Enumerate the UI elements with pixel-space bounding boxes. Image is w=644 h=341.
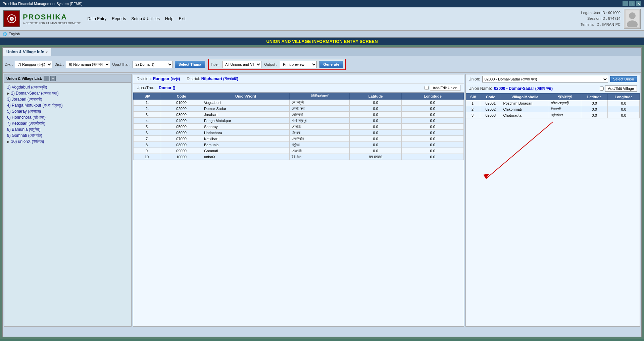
tab-bar: Union & Village Info x xyxy=(3,48,641,56)
left-panel-header: Union & Village List: - + xyxy=(4,74,131,83)
div-label: Div. : xyxy=(5,62,13,66)
generate-button[interactable]: Generate xyxy=(319,61,343,68)
list-item[interactable]: ▶ 2) Domar-Sadar (ডোমার সদর) xyxy=(7,90,129,96)
col-code: Code xyxy=(161,93,202,100)
upa-tha-value: Domar () xyxy=(159,86,175,90)
vcol-village: Village/Moholla xyxy=(501,94,549,100)
tab-label: Union & Village Info xyxy=(6,50,44,54)
logo-icon: প xyxy=(3,10,20,27)
union-village-list-label: Union & Village List: xyxy=(6,76,42,80)
main-content: Union & Village Info x Div. : 7) Rangpur… xyxy=(0,45,644,339)
svg-line-7 xyxy=(486,122,553,179)
table-row[interactable]: 10. 10000 unionX ইউনিয়ন 89.0986 0.0 xyxy=(134,154,464,160)
union-name-value: 02000 - Domar-Sadar (ডোমার সদর) xyxy=(494,86,598,91)
app-title: Proshika Financial Management System (PF… xyxy=(3,2,83,6)
output-label: Output : xyxy=(264,62,277,66)
district-label: District: xyxy=(187,76,200,81)
union-name-label: Union Name: xyxy=(468,86,492,91)
expand-list-button[interactable]: + xyxy=(50,76,56,81)
list-item[interactable]: 6) Horinchora (হরিণচরা) xyxy=(7,114,129,120)
user-info: Log-In User ID : 901009 Session ID : 874… xyxy=(581,10,621,28)
table-row[interactable]: 3. 02003 Chotorauta ছোটরাউতা 0.0 0.0 xyxy=(466,112,640,118)
vcol-sl: Sl# xyxy=(466,94,480,100)
menu-setup[interactable]: Setup & Utilities xyxy=(131,16,160,21)
right-panel: Union: 02000 - Domar-Sadar (ডোমার সদর) S… xyxy=(465,74,640,327)
table-row[interactable]: 2. 02000 Domar-Sadar ডোমার সদর 0.0 0.0 xyxy=(134,106,464,112)
menu-exit[interactable]: Exit xyxy=(179,16,186,21)
select-union-button[interactable]: Select Union xyxy=(610,76,637,82)
lang-bar: 🌐 English xyxy=(0,31,644,38)
list-item[interactable]: 7) Ketkibari (কেতকীবাড়ি) xyxy=(7,120,129,126)
svg-marker-8 xyxy=(483,174,489,179)
list-item[interactable]: 8) Bamunia (বামুনিয়া) xyxy=(7,126,129,132)
close-button[interactable]: ✕ xyxy=(636,1,641,6)
add-edit-union-button[interactable]: Add/Edit Union xyxy=(430,85,460,91)
union-label: Union: xyxy=(468,77,480,81)
lang-label: English xyxy=(9,32,20,36)
dist-label: Dist. : xyxy=(54,62,64,66)
vcol-code: Code xyxy=(480,94,501,100)
middle-panel: Division: Rangpur (রংপুর) District: Nilp… xyxy=(133,74,464,327)
add-edit-union-checkbox[interactable] xyxy=(425,86,429,90)
union-list: 1) Vogdaburi (ভোগডাবুড়ী) ▶ 2) Domar-Sad… xyxy=(4,83,131,146)
village-table: Sl# Code Village/Moholla গ্রাম/মহল্লা La… xyxy=(466,93,640,118)
union-selector-row: Union: 02000 - Domar-Sadar (ডোমার সদর) S… xyxy=(466,74,640,84)
maximize-button[interactable]: □ xyxy=(629,1,635,6)
app-header: প PROSHIKA A CENTRE FOR HUMAN DEVELOPMEN… xyxy=(0,7,644,31)
arrow-indicator xyxy=(466,118,640,185)
upa-tha-label: Upa./Tha.: xyxy=(137,86,155,90)
table-row[interactable]: 4. 04000 Panga Motukpur পাংগা মটুকপুর 0.… xyxy=(134,118,464,124)
col-longitude: Longitude xyxy=(402,93,464,100)
col-latitude: Latitude xyxy=(349,93,402,100)
list-item[interactable]: 1) Vogdaburi (ভোগডাবুড়ী) xyxy=(7,84,129,90)
upazila-select[interactable]: 2) Domar () xyxy=(133,61,173,68)
list-item[interactable]: 9) Gomnati (গোমনাতি) xyxy=(7,132,129,138)
title-label: Title : xyxy=(211,62,220,66)
title-select[interactable]: All Unions and Vil Selected Union xyxy=(222,61,261,68)
tab-close-icon[interactable]: x xyxy=(46,50,48,54)
union-table: Sl# Code Union/Word ইউনিয়ন/ওয়ার্ড Lati… xyxy=(133,93,464,160)
toolbar-row: Div. : 7) Rangpur (রংপুর) Dist. : 6) Nil… xyxy=(3,56,641,73)
list-item[interactable]: ▶ 10) unionX (ইউনিয়ন) xyxy=(7,138,129,145)
list-item[interactable]: 3) Jorabari (জোড়াবাড়ী) xyxy=(7,96,129,102)
expand-icon: ▶ xyxy=(7,140,10,144)
lang-flag: 🌐 xyxy=(3,32,7,36)
logo-title: PROSHIKA xyxy=(23,13,81,21)
union-name-row: Union Name: 02000 - Domar-Sadar (ডোমার স… xyxy=(466,84,640,93)
menu-reports[interactable]: Reports xyxy=(112,16,126,21)
col-union-word: Union/Word xyxy=(202,93,289,100)
collapse-list-button[interactable]: - xyxy=(44,76,49,81)
menu-data-entry[interactable]: Data Entry xyxy=(88,16,107,21)
table-row[interactable]: 7. 07000 Ketkibari কেতকীবাড়ি 0.0 0.0 xyxy=(134,136,464,142)
union-village-info-tab[interactable]: Union & Village Info x xyxy=(3,48,51,56)
add-edit-village-checkbox[interactable] xyxy=(600,87,604,91)
table-row[interactable]: 2. 02002 Chikonmati চিকনমাটি 0.0 0.0 xyxy=(466,106,640,112)
select-thana-button[interactable]: Select Thana xyxy=(175,61,205,68)
vcol-bangla: গ্রাম/মহল্লা xyxy=(549,94,581,100)
minimize-button[interactable]: ─ xyxy=(623,1,628,6)
list-item[interactable]: 5) Sonaray (সোনারায়) xyxy=(7,108,129,114)
table-row[interactable]: 6. 06000 Horinchora হরিণচরা 0.0 0.0 xyxy=(134,130,464,136)
upa-row: Upa./Tha.: Domar () Add/Edit Union xyxy=(133,83,464,93)
table-row[interactable]: 3. 03000 Jorabari জোড়াবাড়ী 0.0 0.0 xyxy=(134,112,464,118)
col-sl: Sl# xyxy=(134,93,161,100)
table-row[interactable]: 9. 09000 Gomnati গোমনাতি 0.0 0.0 xyxy=(134,148,464,154)
division-select[interactable]: 7) Rangpur (রংপুর) xyxy=(15,61,52,68)
table-row[interactable]: 5. 05000 Sonaray সোনারায় 0.0 0.0 xyxy=(134,124,464,130)
svg-point-5 xyxy=(629,12,636,19)
district-select[interactable]: 6) Nilphamari (নীলফামা xyxy=(66,61,110,68)
add-edit-village-button[interactable]: Add/Edit Village xyxy=(605,86,637,92)
list-item[interactable]: 4) Panga Motukpur (পাংগা মটুকপুর) xyxy=(7,102,129,108)
vcol-longitude: Longitude xyxy=(608,94,640,100)
table-row[interactable]: 1. 02001 Poschim Boragari পশ্চিম বোড়াগা… xyxy=(466,100,640,106)
upa-label: Upa./Tha. : xyxy=(112,62,130,66)
output-select[interactable]: Print preview Export to Excel Export to … xyxy=(280,61,317,68)
union-dropdown[interactable]: 02000 - Domar-Sadar (ডোমার সদর) xyxy=(482,76,608,82)
report-box: Title : All Unions and Vil Selected Unio… xyxy=(208,59,346,70)
tab-container: Union & Village Info x Div. : 7) Rangpur… xyxy=(2,47,642,337)
table-row[interactable]: 8. 08000 Bamunia বামুনিয়া 0.0 0.0 xyxy=(134,142,464,148)
division-label: Division: xyxy=(137,76,152,81)
menu-help[interactable]: Help xyxy=(165,16,174,21)
table-row[interactable]: 1. 01000 Vogdaburi ভোগডাবুড়ী 0.0 0.0 xyxy=(134,100,464,106)
logo-text: PROSHIKA A CENTRE FOR HUMAN DEVELOPMENT xyxy=(23,13,81,25)
